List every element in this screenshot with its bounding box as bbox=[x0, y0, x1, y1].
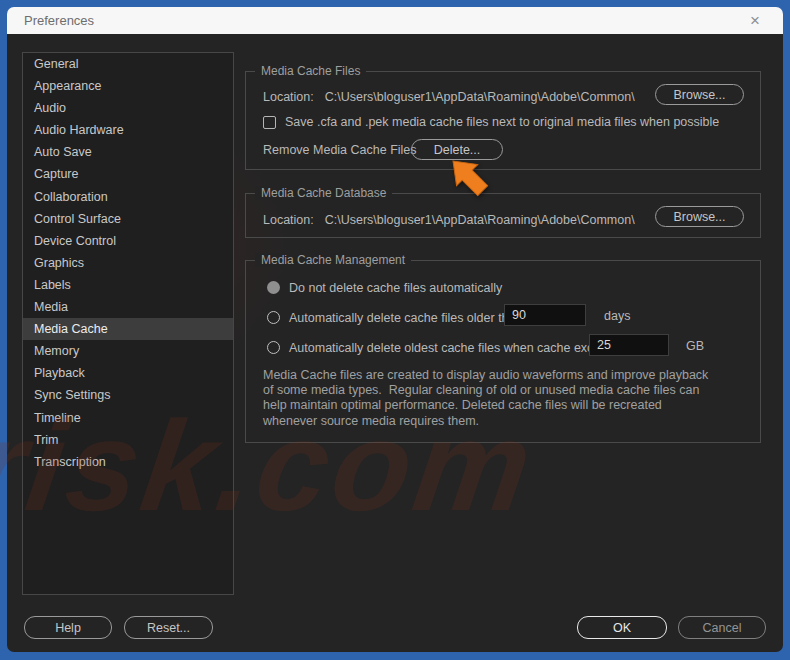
sidebar-item-control-surface[interactable]: Control Surface bbox=[23, 208, 233, 230]
gb-input[interactable] bbox=[589, 334, 669, 356]
ok-button[interactable]: OK bbox=[577, 616, 667, 639]
preferences-window: Preferences × General Appearance Audio A… bbox=[0, 0, 790, 660]
database-location-label: Location: bbox=[263, 213, 314, 227]
save-next-to-originals-checkbox[interactable] bbox=[263, 116, 276, 129]
radio-do-not-delete-label: Do not delete cache files automatically bbox=[289, 281, 502, 295]
radio-do-not-delete[interactable] bbox=[267, 281, 280, 294]
help-button[interactable]: Help bbox=[24, 616, 112, 639]
files-location-value: C:\Users\bloguser1\AppData\Roaming\Adobe… bbox=[325, 90, 635, 104]
window-title: Preferences bbox=[24, 13, 94, 28]
sidebar-item-collaboration[interactable]: Collaboration bbox=[23, 186, 233, 208]
gb-unit-label: GB bbox=[686, 339, 704, 353]
sidebar-item-labels[interactable]: Labels bbox=[23, 274, 233, 296]
sidebar-item-auto-save[interactable]: Auto Save bbox=[23, 141, 233, 163]
reset-button[interactable]: Reset... bbox=[124, 616, 213, 639]
media-cache-description: Media Cache files are created to display… bbox=[263, 368, 715, 429]
sidebar-item-audio-hardware[interactable]: Audio Hardware bbox=[23, 119, 233, 141]
media-cache-management-group: Media Cache Management Do not delete cac… bbox=[245, 260, 761, 443]
sidebar-item-trim[interactable]: Trim bbox=[23, 429, 233, 451]
save-next-to-originals-row: Save .cfa and .pek media cache files nex… bbox=[263, 114, 719, 130]
sidebar-item-playback[interactable]: Playback bbox=[23, 362, 233, 384]
files-browse-button[interactable]: Browse... bbox=[655, 84, 744, 105]
remove-media-cache-label: Remove Media Cache Files bbox=[263, 143, 417, 157]
radio-exceeds-label: Automatically delete oldest cache files … bbox=[289, 341, 624, 355]
database-browse-button[interactable]: Browse... bbox=[655, 206, 744, 227]
radio-older-than-row: Automatically delete cache files older t… bbox=[267, 310, 526, 325]
media-cache-database-group: Media Cache Database Location: C:\Users\… bbox=[245, 193, 761, 238]
radio-older-than-label: Automatically delete cache files older t… bbox=[289, 311, 526, 325]
sidebar-item-memory[interactable]: Memory bbox=[23, 340, 233, 362]
sidebar-item-graphics[interactable]: Graphics bbox=[23, 252, 233, 274]
save-next-to-originals-label: Save .cfa and .pek media cache files nex… bbox=[285, 115, 719, 129]
sidebar-item-sync-settings[interactable]: Sync Settings bbox=[23, 384, 233, 406]
radio-exceeds-row: Automatically delete oldest cache files … bbox=[267, 340, 624, 355]
files-location-row: Location: C:\Users\bloguser1\AppData\Roa… bbox=[263, 86, 635, 107]
title-bar: Preferences × bbox=[7, 7, 783, 34]
radio-older-than[interactable] bbox=[267, 311, 280, 324]
cancel-button[interactable]: Cancel bbox=[678, 616, 766, 639]
sidebar-item-general[interactable]: General bbox=[23, 53, 233, 75]
preferences-category-list: General Appearance Audio Audio Hardware … bbox=[22, 52, 234, 595]
media-cache-files-legend: Media Cache Files bbox=[255, 64, 366, 78]
sidebar-item-transcription[interactable]: Transcription bbox=[23, 451, 233, 473]
radio-exceeds[interactable] bbox=[267, 341, 280, 354]
media-cache-files-group: Media Cache Files Location: C:\Users\blo… bbox=[245, 71, 761, 170]
database-location-value: C:\Users\bloguser1\AppData\Roaming\Adobe… bbox=[325, 213, 635, 227]
sidebar-item-audio[interactable]: Audio bbox=[23, 97, 233, 119]
close-icon[interactable]: × bbox=[741, 7, 769, 34]
sidebar-item-appearance[interactable]: Appearance bbox=[23, 75, 233, 97]
delete-button[interactable]: Delete... bbox=[411, 139, 503, 160]
media-cache-database-legend: Media Cache Database bbox=[255, 186, 392, 200]
media-cache-management-legend: Media Cache Management bbox=[255, 253, 411, 267]
sidebar-item-media-cache[interactable]: Media Cache bbox=[23, 318, 233, 340]
days-input[interactable] bbox=[504, 304, 586, 326]
sidebar-item-device-control[interactable]: Device Control bbox=[23, 230, 233, 252]
sidebar-item-capture[interactable]: Capture bbox=[23, 163, 233, 185]
radio-do-not-delete-row: Do not delete cache files automatically bbox=[267, 280, 502, 295]
sidebar-item-media[interactable]: Media bbox=[23, 296, 233, 318]
remove-media-cache-row: Remove Media Cache Files bbox=[263, 142, 417, 158]
sidebar-item-timeline[interactable]: Timeline bbox=[23, 407, 233, 429]
dialog-body: General Appearance Audio Audio Hardware … bbox=[7, 34, 783, 652]
days-unit-label: days bbox=[604, 309, 630, 323]
database-location-row: Location: C:\Users\bloguser1\AppData\Roa… bbox=[263, 209, 635, 230]
files-location-label: Location: bbox=[263, 90, 314, 104]
